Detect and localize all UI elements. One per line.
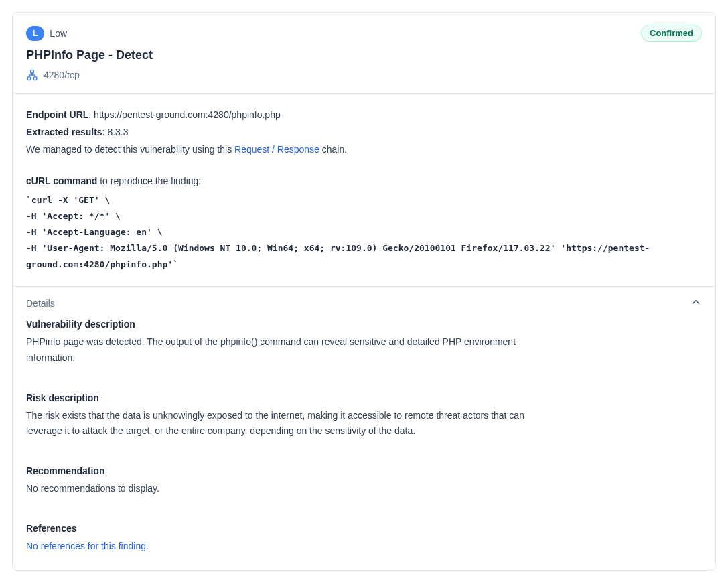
vuln-description-title: Vulnerability description xyxy=(26,317,702,333)
vuln-description-block: Vulnerability description PHPinfo page w… xyxy=(26,317,702,366)
extracted-results-value: : 8.3.3 xyxy=(102,127,129,137)
request-response-link[interactable]: Request / Response xyxy=(234,144,319,155)
detection-line: We managed to detect this vulnerability … xyxy=(26,142,702,158)
references-title: References xyxy=(26,521,702,537)
chevron-up-icon xyxy=(690,296,702,310)
severity-label: Low xyxy=(50,28,67,39)
vuln-description-text: PHPinfo page was detected. The output of… xyxy=(26,334,535,366)
risk-description-text: The risk exists that the data is unknowi… xyxy=(26,408,535,440)
detection-suffix: chain. xyxy=(319,144,347,155)
endpoint-url-value: : https://pentest-ground.com:4280/phpinf… xyxy=(88,109,280,120)
curl-command-label: cURL command xyxy=(26,175,97,186)
port-row: 4280/tcp xyxy=(26,69,702,81)
confirmed-badge: Confirmed xyxy=(641,25,702,42)
risk-description-title: Risk description xyxy=(26,390,702,407)
finding-title: PHPinfo Page - Detect xyxy=(26,48,702,62)
risk-description-block: Risk description The risk exists that th… xyxy=(26,390,702,439)
finding-header: L Low Confirmed PHPinfo Page - Detect 42… xyxy=(13,13,715,94)
detection-prefix: We managed to detect this vulnerability … xyxy=(26,144,234,155)
finding-card: L Low Confirmed PHPinfo Page - Detect 42… xyxy=(12,12,716,571)
extracted-results-line: Extracted results: 8.3.3 xyxy=(26,125,702,141)
severity-row: L Low xyxy=(26,26,67,41)
curl-intro-suffix: to reproduce the finding: xyxy=(97,175,201,186)
references-link[interactable]: No references for this finding. xyxy=(26,540,149,551)
endpoint-url-label: Endpoint URL xyxy=(26,109,88,120)
details-label: Details xyxy=(26,298,55,309)
port-value: 4280/tcp xyxy=(44,70,80,80)
severity-badge: L xyxy=(26,26,44,41)
recommendation-block: Recommendation No recommendations to dis… xyxy=(26,463,702,497)
extracted-results-label: Extracted results xyxy=(26,127,102,137)
curl-command-block: `curl -X 'GET' \ -H 'Accept: */*' \ -H '… xyxy=(26,192,702,273)
header-top-row: L Low Confirmed xyxy=(26,25,702,42)
recommendation-text: No recommendations to display. xyxy=(26,481,535,497)
recommendation-title: Recommendation xyxy=(26,463,702,480)
endpoint-url-line: Endpoint URL: https://pentest-ground.com… xyxy=(26,107,702,123)
details-toggle[interactable]: Details xyxy=(13,287,715,313)
evidence-section: Endpoint URL: https://pentest-ground.com… xyxy=(13,94,715,287)
references-block: References No references for this findin… xyxy=(26,521,702,555)
network-port-icon xyxy=(26,69,38,81)
details-body: Vulnerability description PHPinfo page w… xyxy=(13,313,715,570)
curl-intro-line: cURL command to reproduce the finding: xyxy=(26,173,702,190)
